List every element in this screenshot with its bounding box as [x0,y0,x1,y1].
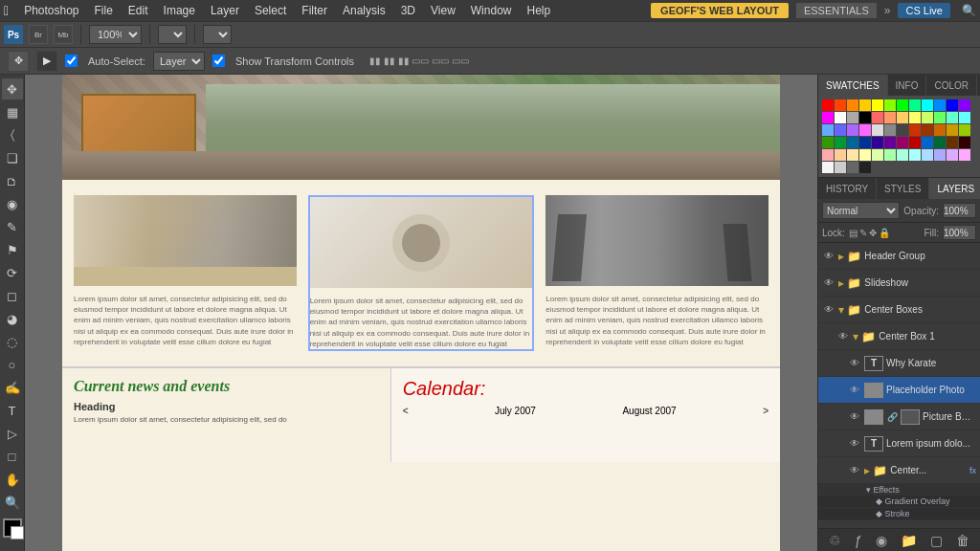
layer-link-button[interactable]: ♲ [829,533,841,548]
swatch-#aaddff[interactable] [922,149,933,161]
swatch-#000000[interactable] [859,112,871,123]
layer-visibility-picture-box-1[interactable]: 👁 [848,410,861,424]
swatch-#ffcc99[interactable] [835,149,846,161]
hand-tool-button[interactable]: ✋ [2,469,23,490]
blend-mode-select[interactable]: Normal [822,202,900,219]
layer-visibility-center-group[interactable]: 👁 [848,464,861,477]
swatch-#cccccc[interactable] [835,162,846,173]
swatch-#99cc00[interactable] [959,124,970,136]
heal-tool-button[interactable]: ◉ [2,193,23,214]
brush-tool-button[interactable]: ✎ [2,216,23,237]
swatch-#003399[interactable] [859,137,871,148]
layer-center-box-1[interactable]: 👁▾ 📁Center Box 1 [818,323,980,350]
layer-visibility-center-boxes[interactable]: 👁 [822,303,835,317]
layer-center-box-2[interactable]: 👁▸ 📁Center Box 2 [818,520,980,528]
swatch-#66ff66[interactable] [934,112,946,123]
swatch-#ffaaff[interactable] [959,149,970,161]
history-brush-button[interactable]: ⟳ [2,262,23,283]
layer-visibility-header-group[interactable]: 👁 [822,250,835,263]
swatch-#66ffff[interactable] [959,112,970,123]
layer-placeholder-photo[interactable]: 👁Placeholder Photo [818,377,980,404]
swatch-#330099[interactable] [872,137,883,148]
layer-why-karate[interactable]: 👁TWhy Karate [818,350,980,377]
swatch-#ff66ff[interactable] [859,124,871,136]
layer-center-boxes[interactable]: 👁▾ 📁Center Boxes [818,297,980,323]
swatch-#aaaaff[interactable] [934,149,946,161]
cal-prev-button[interactable]: < [403,406,409,416]
swatch-#0066cc[interactable] [922,137,933,148]
tab-layers[interactable]: LAYERS [929,178,980,199]
lock-transparency-icon[interactable]: ▤ [849,228,858,238]
layers-list[interactable]: 👁▸ 📁Header Group👁▸ 📁Slideshow👁▾ 📁Center … [818,243,980,528]
shape-tool-button[interactable]: □ [2,446,23,467]
layer-visibility-why-karate[interactable]: 👁 [848,357,861,370]
swatch-#66aaff[interactable] [822,124,834,136]
move-tool-button[interactable]: ✥ [2,78,23,99]
menu-edit[interactable]: Edit [121,2,156,19]
menu-layer[interactable]: Layer [203,2,247,19]
swatch-#dddddd[interactable] [872,124,883,136]
document[interactable]: Lorem ipsum dolor sit amet, consectetur … [25,75,817,551]
layer-visibility-center-box-1[interactable]: 👁 [836,330,850,343]
swatch-#ff4400[interactable] [835,99,846,111]
swatch-#222222[interactable] [859,162,871,173]
swatch-#993300[interactable] [922,124,933,136]
text-tool-button[interactable]: T [2,400,23,421]
move-tool-icon[interactable]: ✥ [8,51,29,72]
blur-tool-button[interactable]: ◌ [2,331,23,352]
eraser-tool-button[interactable]: ◻ [2,285,23,306]
menu-select[interactable]: Select [247,2,294,19]
tab-info[interactable]: INFO [888,75,927,96]
tab-color[interactable]: COLOR [926,75,977,96]
swatch-#cc6600[interactable] [934,124,946,136]
swatch-#ddaaff[interactable] [947,149,958,161]
swatch-#339900[interactable] [822,137,834,148]
menu-file[interactable]: File [87,2,121,19]
new-layer-button[interactable]: ▢ [930,533,943,548]
swatch-#8800ff[interactable] [959,99,970,111]
layer-mask-button[interactable]: ◉ [876,533,887,548]
swatch-#bb0000[interactable] [909,137,921,148]
swatch-#ff00ff[interactable] [822,112,834,123]
menu-view[interactable]: View [423,2,463,19]
swatch-#ffe5aa[interactable] [847,149,858,161]
swatch-#663300[interactable] [947,137,958,148]
swatch-#666666[interactable] [847,162,858,173]
swatch-#330000[interactable] [959,137,970,148]
crop-tool-button[interactable]: ❏ [2,147,23,168]
swatch-#ffffaa[interactable] [859,149,871,161]
rotation-select[interactable]: ↻ [203,25,232,44]
selection-tool-button[interactable]: ▦ [2,101,23,122]
lock-position-icon[interactable]: ✥ [869,228,877,238]
delete-layer-button[interactable]: 🗑 [956,533,969,548]
swatch-#6666ff[interactable] [835,124,846,136]
search-icon[interactable]: 🔍 [962,4,976,17]
menu-help[interactable]: Help [519,2,558,19]
menu-3d[interactable]: 3D [393,2,423,19]
layer-style-button[interactable]: ƒ [855,533,862,548]
swatch-#009933[interactable] [835,137,846,148]
swatch-#00ff00[interactable] [897,99,908,111]
workspace-button[interactable]: GEOFF'S WEB LAYOUT [651,3,789,18]
eyedropper-tool-button[interactable]: 🗅 [2,170,23,191]
swatch-#f5f5f5[interactable] [822,162,834,173]
cal-next-button[interactable]: > [763,406,768,416]
swatch-#ccff66[interactable] [922,112,933,123]
swatch-#444444[interactable] [897,124,908,136]
layer-header-group[interactable]: 👁▸ 📁Header Group [818,243,980,270]
fill-input[interactable] [943,225,976,240]
zoom-select[interactable]: 100% 50% 200% [89,25,142,44]
cs-live-button[interactable]: CS Live [898,3,950,18]
swatch-#990066[interactable] [897,137,908,148]
swatch-#ffff00[interactable] [872,99,883,111]
swatch-#ff8800[interactable] [847,99,858,111]
swatch-#0000ff[interactable] [947,99,958,111]
swatch-#ff6666[interactable] [872,112,883,123]
path-tool-button[interactable]: ▷ [2,423,23,444]
swatch-#006633[interactable] [934,137,946,148]
layer-center-group[interactable]: 👁▸ 📁Center...fx [818,457,980,484]
swatch-#aaffdd[interactable] [897,149,908,161]
swatch-#ff9966[interactable] [884,112,896,123]
swatch-#aaffaa[interactable] [884,149,896,161]
menu-image[interactable]: Image [156,2,203,19]
